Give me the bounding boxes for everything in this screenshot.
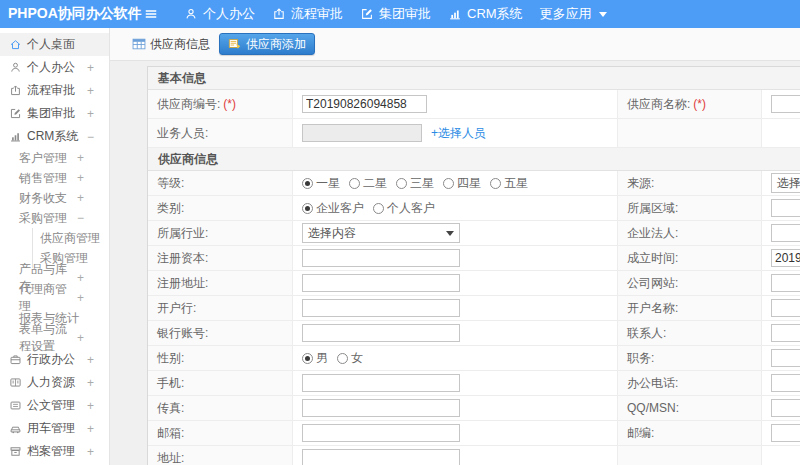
registered-address-input[interactable] bbox=[302, 274, 460, 292]
sidebar-item-表单与流程设置[interactable]: 表单与流程设置+ bbox=[0, 328, 109, 348]
top-nav-item-5[interactable]: 更多应用 bbox=[540, 5, 607, 23]
radio-icon[interactable] bbox=[396, 178, 407, 189]
mobile-input[interactable] bbox=[302, 374, 460, 392]
expand-toggle-icon[interactable]: + bbox=[87, 107, 94, 121]
formadd-icon bbox=[228, 37, 242, 51]
radio-label: 企业客户 bbox=[316, 200, 364, 217]
sidebar-item-CRM系统[interactable]: CRM系统− bbox=[0, 125, 109, 148]
field-label-cell: 银行账号: bbox=[148, 321, 293, 346]
expand-toggle-icon[interactable]: + bbox=[87, 399, 94, 413]
expand-toggle-icon[interactable]: + bbox=[87, 445, 94, 459]
expand-toggle-icon[interactable]: − bbox=[77, 211, 84, 225]
expand-toggle-icon[interactable]: + bbox=[87, 376, 94, 390]
top-nav-item-4[interactable]: CRM系统 bbox=[448, 5, 523, 23]
bank-branch-input[interactable] bbox=[302, 299, 460, 317]
sidebar-item-用车管理[interactable]: 用车管理+ bbox=[0, 417, 109, 440]
radio-icon[interactable] bbox=[302, 178, 313, 189]
radio-icon[interactable] bbox=[337, 353, 348, 364]
sidebar-item-集团审批[interactable]: 集团审批+ bbox=[0, 102, 109, 125]
radio-icon[interactable] bbox=[349, 178, 360, 189]
sidebar-item-销售管理[interactable]: 销售管理+ bbox=[0, 168, 109, 188]
field-wrap bbox=[771, 424, 800, 442]
select-caret-icon bbox=[446, 231, 454, 236]
category-radio-group: 企业客户个人客户 bbox=[302, 200, 435, 217]
bank-account-input[interactable] bbox=[302, 324, 460, 342]
category-radio-企业客户[interactable]: 企业客户 bbox=[302, 200, 364, 217]
supplier-name-input[interactable] bbox=[771, 95, 800, 113]
radio-icon[interactable] bbox=[302, 203, 313, 214]
radio-icon[interactable] bbox=[373, 203, 384, 214]
radio-icon[interactable] bbox=[443, 178, 454, 189]
sidebar-item-行政办公[interactable]: 行政办公+ bbox=[0, 348, 109, 371]
expand-toggle-icon[interactable]: + bbox=[87, 422, 94, 436]
expand-toggle-icon[interactable]: + bbox=[77, 151, 84, 165]
top-nav-item-2[interactable]: 流程审批 bbox=[272, 5, 343, 23]
top-nav-item-1[interactable]: 个人办公 bbox=[184, 5, 255, 23]
contact-person-input[interactable] bbox=[771, 324, 800, 342]
star-level-radio-四星[interactable]: 四星 bbox=[443, 175, 481, 192]
qq-msn-input[interactable] bbox=[771, 399, 800, 417]
region-input[interactable] bbox=[771, 199, 800, 217]
legal-person-input[interactable] bbox=[771, 224, 800, 242]
star-level-radio-五星[interactable]: 五星 bbox=[490, 175, 528, 192]
gender-radio-女[interactable]: 女 bbox=[337, 350, 363, 367]
field-label: 职务: bbox=[627, 350, 654, 367]
sidebar-item-个人办公[interactable]: 个人办公+ bbox=[0, 56, 109, 79]
expand-toggle-icon[interactable]: + bbox=[77, 331, 84, 345]
tab-供应商添加[interactable]: 供应商添加 bbox=[219, 33, 315, 55]
address-input[interactable] bbox=[302, 449, 460, 465]
account-name-input[interactable] bbox=[771, 299, 800, 317]
field-value-cell bbox=[762, 346, 800, 371]
sidebar-item-人力资源[interactable]: 人力资源+ bbox=[0, 371, 109, 394]
expand-toggle-icon[interactable]: + bbox=[87, 353, 94, 367]
expand-toggle-icon[interactable]: + bbox=[77, 171, 84, 185]
radio-icon[interactable] bbox=[490, 178, 501, 189]
expand-toggle-icon[interactable]: + bbox=[87, 84, 94, 98]
menu-icon[interactable] bbox=[144, 7, 158, 21]
expand-toggle-icon[interactable]: + bbox=[87, 61, 94, 75]
field-value-cell bbox=[293, 371, 618, 396]
star-level-radio-二星[interactable]: 二星 bbox=[349, 175, 387, 192]
field-label-cell: 供应商编号:(*) bbox=[148, 90, 293, 119]
sidebar-item-档案管理[interactable]: 档案管理+ bbox=[0, 440, 109, 463]
business-person-pick-link[interactable]: +选择人员 bbox=[431, 125, 486, 142]
sidebar-item-代理商管理[interactable]: 代理商管理+ bbox=[0, 288, 109, 308]
gender-radio-男[interactable]: 男 bbox=[302, 350, 328, 367]
radio-icon[interactable] bbox=[302, 353, 313, 364]
expand-toggle-icon[interactable]: + bbox=[77, 291, 84, 305]
business-person-input[interactable] bbox=[302, 124, 422, 142]
field-value-cell bbox=[293, 396, 618, 421]
fax-input[interactable] bbox=[302, 399, 460, 417]
sidebar-item-label: 档案管理 bbox=[27, 443, 75, 460]
expand-toggle-icon[interactable]: + bbox=[77, 191, 84, 205]
chart-icon bbox=[9, 130, 22, 143]
supplier-code-input[interactable] bbox=[302, 95, 427, 113]
star-level-radio-一星[interactable]: 一星 bbox=[302, 175, 340, 192]
field-label: 类别: bbox=[157, 200, 184, 217]
sidebar-item-财务收支[interactable]: 财务收支+ bbox=[0, 188, 109, 208]
position-input[interactable] bbox=[771, 349, 800, 367]
sidebar-item-流程审批[interactable]: 流程审批+ bbox=[0, 79, 109, 102]
zip-code-input[interactable] bbox=[771, 424, 800, 442]
sidebar-item-个人桌面[interactable]: 个人桌面 bbox=[0, 33, 109, 56]
source-select[interactable]: 选择内容 bbox=[771, 173, 800, 193]
star-level-radio-三星[interactable]: 三星 bbox=[396, 175, 434, 192]
field-label: 邮箱: bbox=[157, 425, 184, 442]
sidebar-item-客户管理[interactable]: 客户管理+ bbox=[0, 148, 109, 168]
sidebar-item-公文管理[interactable]: 公文管理+ bbox=[0, 394, 109, 417]
sidebar-item-采购管理[interactable]: 采购管理− bbox=[0, 208, 109, 228]
top-nav-item-3[interactable]: 集团审批 bbox=[360, 5, 431, 23]
expand-toggle-icon[interactable]: + bbox=[77, 271, 84, 285]
email-input[interactable] bbox=[302, 424, 460, 442]
office-phone-input[interactable] bbox=[771, 374, 800, 392]
industry-select[interactable]: 选择内容 bbox=[302, 223, 460, 243]
top-nav-label: CRM系统 bbox=[467, 5, 523, 23]
tab-供应商信息[interactable]: 供应商信息 bbox=[132, 36, 210, 53]
form-section: 供应商信息等级:一星二星三星四星五星来源:选择内容类别:企业客户个人客户所属区域… bbox=[148, 148, 800, 465]
sidebar-item-供应商管理[interactable]: 供应商管理 bbox=[32, 228, 109, 248]
registered-capital-input[interactable] bbox=[302, 249, 460, 267]
company-website-input[interactable] bbox=[771, 274, 800, 292]
founded-date-input[interactable] bbox=[771, 249, 800, 267]
expand-toggle-icon[interactable]: − bbox=[87, 130, 94, 144]
category-radio-个人客户[interactable]: 个人客户 bbox=[373, 200, 435, 217]
